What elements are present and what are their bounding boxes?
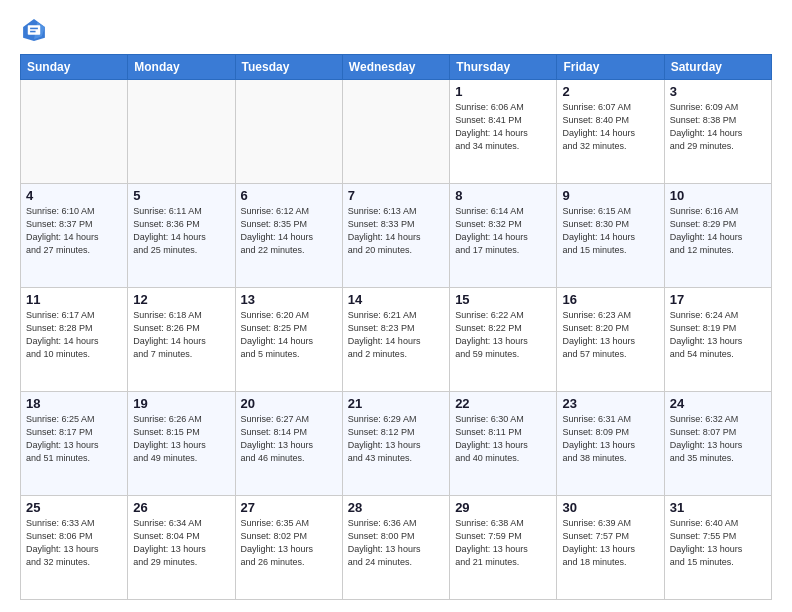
- calendar-cell: 21Sunrise: 6:29 AM Sunset: 8:12 PM Dayli…: [342, 392, 449, 496]
- day-info: Sunrise: 6:29 AM Sunset: 8:12 PM Dayligh…: [348, 413, 444, 465]
- day-number: 13: [241, 292, 337, 307]
- day-info: Sunrise: 6:40 AM Sunset: 7:55 PM Dayligh…: [670, 517, 766, 569]
- day-number: 19: [133, 396, 229, 411]
- calendar-cell: 7Sunrise: 6:13 AM Sunset: 8:33 PM Daylig…: [342, 184, 449, 288]
- calendar-day-header: Tuesday: [235, 55, 342, 80]
- calendar-cell: 17Sunrise: 6:24 AM Sunset: 8:19 PM Dayli…: [664, 288, 771, 392]
- calendar-week-row: 25Sunrise: 6:33 AM Sunset: 8:06 PM Dayli…: [21, 496, 772, 600]
- day-info: Sunrise: 6:16 AM Sunset: 8:29 PM Dayligh…: [670, 205, 766, 257]
- day-info: Sunrise: 6:39 AM Sunset: 7:57 PM Dayligh…: [562, 517, 658, 569]
- calendar-cell: 29Sunrise: 6:38 AM Sunset: 7:59 PM Dayli…: [450, 496, 557, 600]
- day-number: 30: [562, 500, 658, 515]
- calendar-table: SundayMondayTuesdayWednesdayThursdayFrid…: [20, 54, 772, 600]
- day-info: Sunrise: 6:18 AM Sunset: 8:26 PM Dayligh…: [133, 309, 229, 361]
- day-info: Sunrise: 6:13 AM Sunset: 8:33 PM Dayligh…: [348, 205, 444, 257]
- calendar-cell: 16Sunrise: 6:23 AM Sunset: 8:20 PM Dayli…: [557, 288, 664, 392]
- day-info: Sunrise: 6:24 AM Sunset: 8:19 PM Dayligh…: [670, 309, 766, 361]
- logo-icon: [20, 16, 48, 44]
- day-number: 9: [562, 188, 658, 203]
- day-number: 2: [562, 84, 658, 99]
- day-number: 3: [670, 84, 766, 99]
- calendar-cell: 23Sunrise: 6:31 AM Sunset: 8:09 PM Dayli…: [557, 392, 664, 496]
- calendar-cell: 24Sunrise: 6:32 AM Sunset: 8:07 PM Dayli…: [664, 392, 771, 496]
- day-number: 21: [348, 396, 444, 411]
- day-number: 16: [562, 292, 658, 307]
- day-info: Sunrise: 6:33 AM Sunset: 8:06 PM Dayligh…: [26, 517, 122, 569]
- day-info: Sunrise: 6:11 AM Sunset: 8:36 PM Dayligh…: [133, 205, 229, 257]
- calendar-cell: 3Sunrise: 6:09 AM Sunset: 8:38 PM Daylig…: [664, 80, 771, 184]
- day-number: 11: [26, 292, 122, 307]
- calendar-cell: [128, 80, 235, 184]
- day-info: Sunrise: 6:15 AM Sunset: 8:30 PM Dayligh…: [562, 205, 658, 257]
- day-info: Sunrise: 6:25 AM Sunset: 8:17 PM Dayligh…: [26, 413, 122, 465]
- calendar-cell: 5Sunrise: 6:11 AM Sunset: 8:36 PM Daylig…: [128, 184, 235, 288]
- svg-rect-4: [30, 31, 35, 33]
- calendar-cell: 8Sunrise: 6:14 AM Sunset: 8:32 PM Daylig…: [450, 184, 557, 288]
- day-number: 28: [348, 500, 444, 515]
- calendar-week-row: 4Sunrise: 6:10 AM Sunset: 8:37 PM Daylig…: [21, 184, 772, 288]
- day-info: Sunrise: 6:26 AM Sunset: 8:15 PM Dayligh…: [133, 413, 229, 465]
- calendar-cell: 26Sunrise: 6:34 AM Sunset: 8:04 PM Dayli…: [128, 496, 235, 600]
- calendar-cell: [235, 80, 342, 184]
- day-number: 25: [26, 500, 122, 515]
- calendar-day-header: Saturday: [664, 55, 771, 80]
- day-number: 12: [133, 292, 229, 307]
- svg-rect-2: [28, 25, 40, 34]
- calendar-cell: 10Sunrise: 6:16 AM Sunset: 8:29 PM Dayli…: [664, 184, 771, 288]
- calendar-cell: 30Sunrise: 6:39 AM Sunset: 7:57 PM Dayli…: [557, 496, 664, 600]
- calendar-week-row: 1Sunrise: 6:06 AM Sunset: 8:41 PM Daylig…: [21, 80, 772, 184]
- calendar-cell: 4Sunrise: 6:10 AM Sunset: 8:37 PM Daylig…: [21, 184, 128, 288]
- page: SundayMondayTuesdayWednesdayThursdayFrid…: [0, 0, 792, 612]
- day-number: 7: [348, 188, 444, 203]
- calendar-day-header: Thursday: [450, 55, 557, 80]
- day-number: 24: [670, 396, 766, 411]
- day-info: Sunrise: 6:10 AM Sunset: 8:37 PM Dayligh…: [26, 205, 122, 257]
- calendar-cell: 6Sunrise: 6:12 AM Sunset: 8:35 PM Daylig…: [235, 184, 342, 288]
- day-number: 18: [26, 396, 122, 411]
- day-info: Sunrise: 6:14 AM Sunset: 8:32 PM Dayligh…: [455, 205, 551, 257]
- calendar-cell: 13Sunrise: 6:20 AM Sunset: 8:25 PM Dayli…: [235, 288, 342, 392]
- day-info: Sunrise: 6:34 AM Sunset: 8:04 PM Dayligh…: [133, 517, 229, 569]
- calendar-week-row: 18Sunrise: 6:25 AM Sunset: 8:17 PM Dayli…: [21, 392, 772, 496]
- day-number: 27: [241, 500, 337, 515]
- calendar-cell: 31Sunrise: 6:40 AM Sunset: 7:55 PM Dayli…: [664, 496, 771, 600]
- calendar-cell: 15Sunrise: 6:22 AM Sunset: 8:22 PM Dayli…: [450, 288, 557, 392]
- calendar-day-header: Monday: [128, 55, 235, 80]
- svg-rect-3: [30, 28, 38, 30]
- day-number: 26: [133, 500, 229, 515]
- day-number: 23: [562, 396, 658, 411]
- day-number: 4: [26, 188, 122, 203]
- calendar-week-row: 11Sunrise: 6:17 AM Sunset: 8:28 PM Dayli…: [21, 288, 772, 392]
- day-number: 22: [455, 396, 551, 411]
- day-number: 31: [670, 500, 766, 515]
- day-info: Sunrise: 6:07 AM Sunset: 8:40 PM Dayligh…: [562, 101, 658, 153]
- calendar-cell: 18Sunrise: 6:25 AM Sunset: 8:17 PM Dayli…: [21, 392, 128, 496]
- calendar-cell: 28Sunrise: 6:36 AM Sunset: 8:00 PM Dayli…: [342, 496, 449, 600]
- day-info: Sunrise: 6:31 AM Sunset: 8:09 PM Dayligh…: [562, 413, 658, 465]
- day-number: 17: [670, 292, 766, 307]
- day-info: Sunrise: 6:09 AM Sunset: 8:38 PM Dayligh…: [670, 101, 766, 153]
- day-info: Sunrise: 6:17 AM Sunset: 8:28 PM Dayligh…: [26, 309, 122, 361]
- day-info: Sunrise: 6:35 AM Sunset: 8:02 PM Dayligh…: [241, 517, 337, 569]
- day-info: Sunrise: 6:30 AM Sunset: 8:11 PM Dayligh…: [455, 413, 551, 465]
- day-info: Sunrise: 6:21 AM Sunset: 8:23 PM Dayligh…: [348, 309, 444, 361]
- calendar-cell: [21, 80, 128, 184]
- day-number: 1: [455, 84, 551, 99]
- calendar-cell: [342, 80, 449, 184]
- calendar-header-row: SundayMondayTuesdayWednesdayThursdayFrid…: [21, 55, 772, 80]
- day-number: 5: [133, 188, 229, 203]
- day-info: Sunrise: 6:20 AM Sunset: 8:25 PM Dayligh…: [241, 309, 337, 361]
- calendar-cell: 11Sunrise: 6:17 AM Sunset: 8:28 PM Dayli…: [21, 288, 128, 392]
- calendar-cell: 27Sunrise: 6:35 AM Sunset: 8:02 PM Dayli…: [235, 496, 342, 600]
- day-info: Sunrise: 6:12 AM Sunset: 8:35 PM Dayligh…: [241, 205, 337, 257]
- day-number: 29: [455, 500, 551, 515]
- day-number: 20: [241, 396, 337, 411]
- calendar-day-header: Sunday: [21, 55, 128, 80]
- day-info: Sunrise: 6:22 AM Sunset: 8:22 PM Dayligh…: [455, 309, 551, 361]
- logo: [20, 16, 52, 44]
- day-number: 8: [455, 188, 551, 203]
- calendar-cell: 1Sunrise: 6:06 AM Sunset: 8:41 PM Daylig…: [450, 80, 557, 184]
- calendar-cell: 12Sunrise: 6:18 AM Sunset: 8:26 PM Dayli…: [128, 288, 235, 392]
- day-number: 6: [241, 188, 337, 203]
- day-info: Sunrise: 6:23 AM Sunset: 8:20 PM Dayligh…: [562, 309, 658, 361]
